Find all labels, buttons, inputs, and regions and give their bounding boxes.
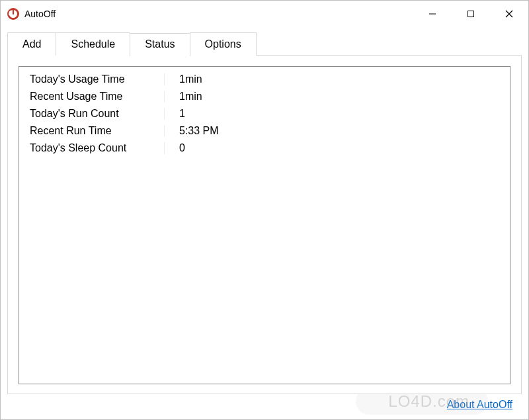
status-value: 1min (165, 73, 202, 85)
close-button[interactable] (490, 1, 528, 27)
status-list: Today's Usage Time 1min Recent Usage Tim… (19, 66, 510, 384)
titlebar: AutoOff (1, 1, 528, 27)
maximize-icon (467, 10, 475, 18)
status-label: Today's Run Count (19, 108, 165, 120)
minimize-button[interactable] (413, 1, 452, 27)
tabs-row: Add Schedule Status Options (7, 32, 522, 56)
tab-status[interactable]: Status (130, 33, 190, 56)
about-link[interactable]: About AutoOff (447, 399, 512, 411)
status-label: Today's Sleep Count (19, 142, 165, 154)
power-icon (7, 8, 19, 20)
maximize-button[interactable] (452, 1, 490, 27)
status-row: Recent Usage Time 1min (19, 88, 510, 105)
status-value: 5:33 PM (165, 125, 219, 137)
tab-panel-status: Today's Usage Time 1min Recent Usage Tim… (7, 55, 522, 394)
footer: About AutoOff (7, 394, 522, 415)
tab-schedule[interactable]: Schedule (56, 32, 130, 56)
tab-options[interactable]: Options (190, 32, 257, 56)
close-icon (505, 10, 513, 18)
window-controls (413, 1, 528, 27)
status-value: 0 (165, 142, 185, 154)
titlebar-left: AutoOff (7, 8, 56, 20)
status-label: Today's Usage Time (19, 73, 165, 85)
svg-rect-3 (468, 11, 474, 17)
status-label: Recent Run Time (19, 125, 165, 137)
app-title: AutoOff (24, 9, 56, 19)
minimize-icon (428, 10, 436, 18)
status-value: 1 (165, 108, 185, 120)
status-row: Today's Usage Time 1min (19, 71, 510, 88)
status-label: Recent Usage Time (19, 91, 165, 103)
status-value: 1min (165, 91, 202, 103)
tab-add[interactable]: Add (7, 32, 56, 56)
status-row: Recent Run Time 5:33 PM (19, 122, 510, 140)
app-window: AutoOff Add Schedule Status Options Toda… (0, 0, 529, 420)
content-area: Add Schedule Status Options Today's Usag… (1, 27, 528, 419)
status-row: Today's Run Count 1 (19, 105, 510, 122)
status-row: Today's Sleep Count 0 (19, 140, 510, 157)
